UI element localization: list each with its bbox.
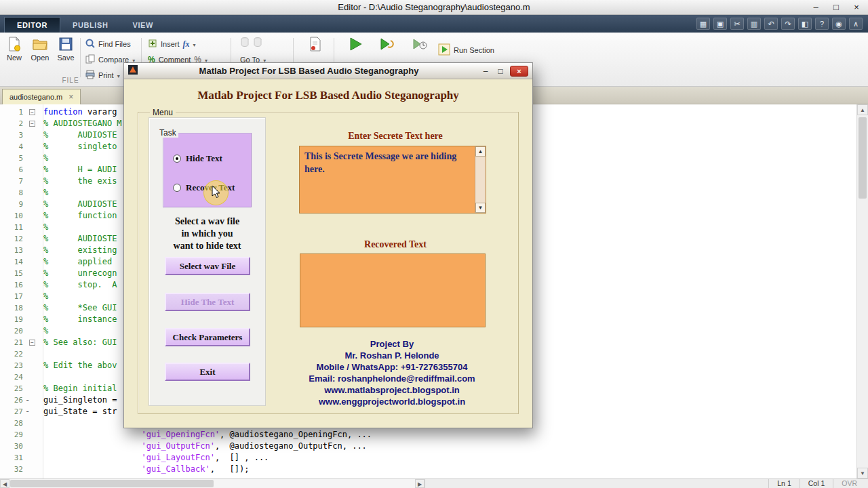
code-fold-icon[interactable]: − [29, 109, 35, 115]
code-fold-icon[interactable]: − [29, 121, 35, 127]
save-quick-icon[interactable]: ▣ [713, 18, 727, 30]
scroll-right-icon[interactable]: ▶ [415, 479, 425, 488]
line-number: 23 [0, 360, 23, 371]
recovered-text-output[interactable] [300, 253, 486, 327]
line-number: 22 [0, 348, 23, 360]
line-number: 20 [0, 325, 23, 337]
line-number: 19 [0, 314, 23, 325]
fx-icon[interactable]: fx [183, 39, 190, 49]
line-number: 13 [0, 245, 23, 256]
dialog-minimize-button[interactable]: – [480, 66, 491, 76]
line-number: 31 [0, 452, 23, 464]
secret-text-label: Enter Secrete Text here [328, 131, 463, 142]
collapse-toolstrip-icon[interactable]: ∧ [849, 18, 863, 30]
line-number: 12 [0, 233, 23, 245]
document-tab-audiostegano[interactable]: audiostegano.m × [2, 89, 81, 104]
line-number: 15 [0, 268, 23, 279]
dialog-maximize-button[interactable]: □ [495, 66, 506, 76]
executable-line-marker: - [25, 407, 30, 416]
minimize-button[interactable]: – [806, 0, 826, 15]
horizontal-scrollbar[interactable]: ◀ ▶ [0, 479, 425, 488]
toolstrip-tab-view[interactable]: VIEW [120, 18, 165, 33]
open-folder-icon [27, 35, 53, 53]
copy-icon[interactable]: ▥ [747, 18, 761, 30]
line-number: 1 [0, 106, 23, 118]
ribbon-separator [80, 38, 81, 77]
menu-panel-label: Menu [150, 108, 176, 117]
line-number: 6 [0, 164, 23, 176]
secret-scroll-up-icon[interactable]: ▲ [475, 146, 486, 157]
status-line: Ln 1 [768, 479, 799, 488]
project-info-line: Email: roshanphelonde@rediffmail.com [287, 373, 497, 384]
window-titlebar: Editor - D:\Audio Steganography\audioste… [0, 0, 868, 15]
toolstrip-tab-row: EDITORPUBLISHVIEW ▦▣✂▥↶↷◧?◉∧ [0, 15, 868, 33]
find-files-button[interactable]: Find Files [85, 39, 131, 49]
status-overwrite: OVR [833, 479, 865, 488]
run-button[interactable] [342, 35, 368, 53]
check-parameters-button[interactable]: Check Parameters [165, 328, 250, 346]
line-number: 8 [0, 187, 23, 199]
run-icon [342, 35, 368, 53]
dialog-close-button[interactable]: × [510, 66, 528, 77]
undo-icon[interactable]: ↶ [764, 18, 778, 30]
run-and-time-button[interactable] [407, 35, 433, 53]
scroll-left-icon[interactable]: ◀ [0, 479, 9, 488]
switch-window-icon[interactable]: ◧ [798, 18, 812, 30]
recovered-text-label: Recovered Text [328, 239, 463, 250]
line-number: 21 [0, 337, 23, 348]
project-info-line: www.matlabsproject.blogspot.in [287, 384, 497, 396]
code-line: 31 'gui_LayoutFcn', [] , ... [0, 452, 856, 464]
secret-text-input[interactable]: This is Secrete Message we are hiding he… [299, 146, 486, 214]
line-number: 26 [0, 394, 23, 406]
select-wav-file-button[interactable]: Select wav File [165, 257, 250, 275]
project-info-line: www.enggprojectworld.blogspot.in [287, 396, 497, 407]
line-number: 14 [0, 256, 23, 268]
toolstrip-tab-editor[interactable]: EDITOR [4, 17, 60, 33]
line-number: 16 [0, 279, 23, 291]
new-file-icon [1, 35, 27, 53]
scroll-down-icon[interactable]: ▼ [857, 468, 868, 479]
code-fold-icon[interactable]: − [29, 340, 35, 346]
new-button[interactable]: New [1, 35, 27, 62]
line-number: 11 [0, 222, 23, 233]
restore-button[interactable]: □ [826, 0, 846, 15]
exit-button[interactable]: Exit [165, 363, 250, 381]
dialog-titlebar[interactable]: Matlab Project For LSB Based Audio Stega… [124, 63, 532, 79]
close-button[interactable]: × [846, 0, 867, 15]
toolstrip-tab-publish[interactable]: PUBLISH [60, 18, 120, 33]
vertical-scrollbar[interactable]: ▲ ▼ [856, 104, 868, 479]
line-number: 29 [0, 429, 23, 441]
redo-icon[interactable]: ↷ [781, 18, 795, 30]
open-button[interactable]: Open [27, 35, 53, 62]
line-number: 9 [0, 199, 23, 210]
line-number: 28 [0, 418, 23, 429]
vertical-scroll-thumb[interactable] [859, 117, 867, 199]
insert-dropdown-icon [193, 40, 196, 48]
line-number: 27 [0, 406, 23, 418]
secret-scrollbar[interactable]: ▲ ▼ [475, 146, 486, 213]
help-icon[interactable]: ? [815, 18, 829, 30]
horizontal-scroll-thumb[interactable] [10, 480, 214, 487]
window-controls: – □ × [806, 0, 867, 15]
desktop-layout-icon[interactable]: ▦ [696, 18, 710, 30]
tab-close-icon[interactable]: × [68, 92, 73, 102]
scroll-up-icon[interactable]: ▲ [857, 104, 868, 115]
window-title: Editor - D:\Audio Steganography\audioste… [0, 2, 868, 12]
secret-scroll-down-icon[interactable]: ▼ [475, 203, 486, 213]
line-number: 2 [0, 118, 23, 129]
run-and-advance-icon [374, 35, 400, 53]
line-number: 24 [0, 371, 23, 383]
hide-the-text-button: Hide The Text [165, 293, 250, 311]
breakpoints-button[interactable] [302, 35, 328, 53]
toolstrip-tabs: EDITORPUBLISHVIEW [4, 15, 165, 33]
line-number: 3 [0, 129, 23, 141]
insert-button[interactable]: Insert fx [148, 39, 196, 49]
run-and-advance-button[interactable] [374, 35, 400, 53]
save-button[interactable]: Save [53, 35, 79, 62]
run-section-button[interactable]: Run Section [438, 45, 494, 56]
community-icon[interactable]: ◉ [832, 18, 846, 30]
line-number: 18 [0, 302, 23, 314]
menu-panel: Hide TextRecover Text Task Select a wav … [149, 117, 266, 406]
cut-icon[interactable]: ✂ [730, 18, 744, 30]
project-info-line: Mobile / WhatsApp: +91-7276355704 [287, 361, 497, 373]
